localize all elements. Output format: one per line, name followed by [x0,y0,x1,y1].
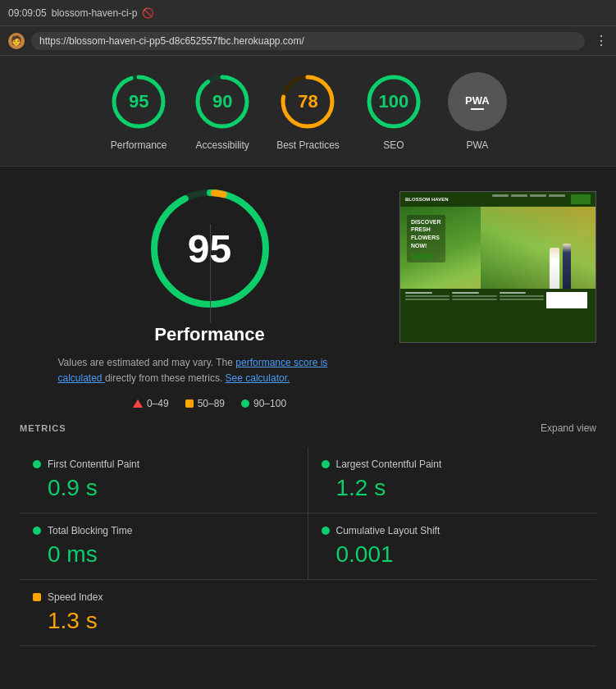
metric-speed-index: Speed Index 1.3 s [20,580,596,646]
performance-left: 95 Performance Values are estimated and … [20,183,399,409]
fcp-label: First Contentful Paint [48,459,139,470]
performance-description: Values are estimated and may vary. The p… [58,355,362,386]
browser-block-icon: 🚫 [142,7,154,19]
browser-chrome: 09:09:05 blossom-haven-ci-p 🚫 [0,0,616,26]
site-footer-section [400,289,595,342]
speed-index-indicator [33,593,41,601]
nav-item [530,194,546,197]
good-label: 90–100 [253,398,286,409]
metrics-header: METRICS Expand view [20,422,596,434]
metrics-grid: First Contentful Paint 0.9 s Largest Con… [20,447,596,580]
footer-search [546,292,587,308]
lcp-indicator [322,460,330,468]
hero-text-overlay: DISCOVERFRESHFLOWERSNOW! [407,215,445,262]
fcp-indicator [33,460,41,468]
score-legend: 0–49 50–89 90–100 [133,398,286,409]
footer-line [452,299,496,300]
metric-lcp: Largest Contentful Paint 1.2 s [308,447,597,513]
seo-score-value: 100 [378,91,408,112]
score-item-seo[interactable]: 100 SEO [364,72,423,153]
seo-label: SEO [383,139,404,153]
pwa-badge: PWA [448,72,507,131]
site-header-bar: BLOSSOM HAVEN [400,192,595,207]
hero-image [481,207,595,289]
metrics-title: METRICS [20,423,66,433]
tbt-indicator [33,527,41,535]
couple-figure [550,244,571,289]
lcp-name: Largest Contentful Paint [322,459,584,470]
see-calculator-link[interactable]: See calculator. [226,372,290,384]
url-bar-row: 🧑 https://blossom-haven-ci-pp5-d8c652557… [0,26,616,56]
performance-title: Performance [154,324,265,345]
legend-average: 50–89 [185,398,225,409]
score-item-pwa[interactable]: PWA PWA [448,72,507,153]
metric-fcp: First Contentful Paint 0.9 s [20,447,308,513]
footer-col [546,292,591,339]
expand-view-button[interactable]: Expand view [541,422,596,434]
speed-index-name: Speed Index [33,591,583,603]
speed-index-label: Speed Index [48,591,103,603]
performance-section: 95 Performance Values are estimated and … [20,183,596,409]
average-label: 50–89 [198,398,225,409]
footer-col [500,292,544,339]
fcp-name: First Contentful Paint [33,459,294,470]
fail-label: 0–49 [147,398,169,409]
avatar: 🧑 [8,33,25,49]
site-hero: DISCOVERFRESHFLOWERSNOW! [400,207,595,289]
description-middle: directly from these metrics. [105,372,226,384]
pwa-label: PWA [466,139,488,153]
accessibility-score-value: 90 [212,91,232,112]
fail-icon [133,399,143,408]
accessibility-circle: 90 [193,72,252,131]
pwa-text: PWA [465,94,490,107]
nav-cta [571,194,591,204]
pwa-dash [471,108,484,110]
performance-score-value: 95 [129,91,148,112]
browser-menu-button[interactable]: ⋮ [595,33,608,48]
tbt-value: 0 ms [33,541,294,568]
footer-line [405,292,432,294]
site-logo: BLOSSOM HAVEN [405,197,449,202]
hero-cta-button [411,253,434,259]
cls-value: 0.001 [322,541,584,568]
fcp-value: 0.9 s [33,475,294,501]
nav-item [549,194,565,197]
main-content: 95 Performance Values are estimated and … [0,167,616,663]
footer-line [500,295,544,297]
tbt-label: Total Blocking Time [48,525,132,536]
accessibility-label: Accessibility [195,139,249,153]
footer-line [500,299,544,300]
metrics-section: METRICS Expand view First Contentful Pai… [20,422,596,646]
site-screenshot: BLOSSOM HAVEN DISCOVERFRESHFLOWERSNOW! [399,191,596,343]
cls-label: Cumulative Layout Shift [336,525,440,536]
cls-indicator [322,527,330,535]
good-icon [241,399,249,408]
best-practices-score-value: 78 [298,91,317,112]
speed-index-value: 1.3 s [33,608,583,634]
site-footer-grid [405,292,591,339]
lcp-label: Largest Contentful Paint [336,459,442,470]
site-nav [492,194,591,204]
tbt-name: Total Blocking Time [33,525,294,536]
score-item-accessibility[interactable]: 90 Accessibility [193,72,252,153]
footer-col [452,292,496,339]
nav-item [511,194,527,197]
browser-controls: 09:09:05 blossom-haven-ci-p 🚫 [8,7,154,19]
footer-col [405,292,449,339]
score-item-performance[interactable]: 95 Performance [109,72,168,153]
footer-line [452,292,479,294]
hero-headline: DISCOVERFRESHFLOWERSNOW! [411,218,441,250]
metric-cls: Cumulative Layout Shift 0.001 [308,513,597,580]
url-text: https://blossom-haven-ci-pp5-d8c652557fb… [39,35,304,47]
description-text: Values are estimated and may vary. The [58,357,233,368]
groom-figure [563,244,571,289]
nav-item [492,194,509,197]
bride-figure [550,248,559,289]
legend-fail: 0–49 [133,398,169,409]
metric-tbt: Total Blocking Time 0 ms [20,513,308,580]
score-item-best-practices[interactable]: 78 Best Practices [276,72,340,153]
lcp-value: 1.2 s [322,475,584,501]
best-practices-label: Best Practices [276,139,340,153]
url-bar[interactable]: https://blossom-haven-ci-pp5-d8c652557fb… [31,32,585,50]
browser-title: blossom-haven-ci-p [52,7,138,19]
